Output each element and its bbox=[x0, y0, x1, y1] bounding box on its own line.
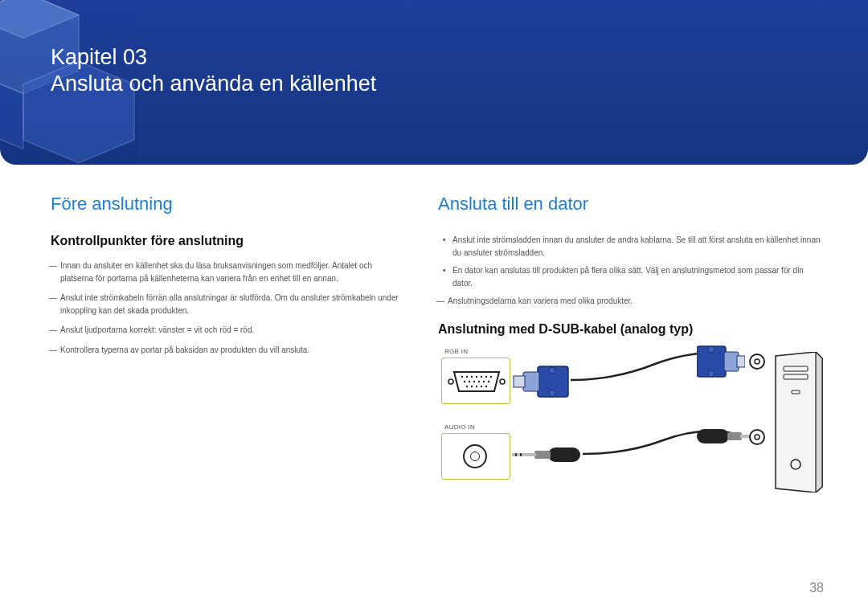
pc-tower-icon bbox=[768, 352, 824, 492]
audio-jack-icon bbox=[463, 444, 487, 468]
svg-point-14 bbox=[478, 380, 480, 382]
svg-rect-35 bbox=[534, 451, 551, 459]
svg-point-6 bbox=[471, 375, 473, 377]
svg-point-16 bbox=[488, 380, 489, 382]
chapter-label: Kapitel 03 bbox=[51, 44, 376, 70]
svg-rect-30 bbox=[724, 352, 739, 371]
rgb-port-frame bbox=[441, 358, 510, 404]
svg-point-22 bbox=[448, 379, 453, 384]
section-title-connect: Ansluta till en dator bbox=[438, 194, 824, 215]
svg-rect-31 bbox=[737, 356, 745, 367]
svg-point-32 bbox=[708, 346, 714, 353]
svg-rect-26 bbox=[514, 376, 525, 387]
svg-point-5 bbox=[466, 375, 468, 377]
svg-rect-37 bbox=[515, 453, 517, 456]
svg-point-12 bbox=[469, 380, 470, 382]
svg-point-11 bbox=[464, 380, 465, 382]
note-item: Anslutningsdelarna kan variera med olika… bbox=[438, 295, 824, 308]
svg-rect-34 bbox=[548, 447, 580, 462]
svg-rect-25 bbox=[523, 372, 539, 391]
connection-diagram: RGB IN bbox=[438, 348, 824, 509]
svg-point-23 bbox=[500, 379, 505, 384]
section-title-before: Före anslutning bbox=[51, 194, 403, 215]
svg-point-4 bbox=[461, 375, 463, 377]
bullet-item: Anslut inte strömsladden innan du anslut… bbox=[438, 234, 824, 259]
note-item: Kontrollera typerna av portar på baksida… bbox=[51, 344, 403, 357]
svg-point-46 bbox=[750, 430, 764, 444]
svg-point-21 bbox=[485, 385, 487, 386]
note-item: Anslut inte strömkabeln förrän alla ansl… bbox=[51, 292, 403, 317]
right-column: Ansluta till en dator Anslut inte ströms… bbox=[438, 194, 824, 509]
bullet-item: En dator kan anslutas till produkten på … bbox=[438, 264, 824, 289]
svg-rect-38 bbox=[520, 453, 522, 456]
svg-rect-39 bbox=[697, 429, 729, 443]
page-number: 38 bbox=[809, 581, 824, 595]
note-item: Anslut ljudportarna korrekt: vänster = v… bbox=[51, 324, 403, 337]
subsection-checkpoints: Kontrollpunkter före anslutning bbox=[51, 234, 403, 248]
audio-plug-left bbox=[512, 443, 583, 467]
svg-point-28 bbox=[549, 390, 555, 396]
svg-point-13 bbox=[473, 380, 475, 382]
svg-point-7 bbox=[476, 375, 477, 377]
rgb-in-label: RGB IN bbox=[444, 348, 468, 355]
svg-point-15 bbox=[483, 380, 485, 382]
svg-point-44 bbox=[750, 354, 764, 369]
svg-point-18 bbox=[471, 385, 473, 386]
svg-point-20 bbox=[481, 385, 482, 386]
tower-audio-port bbox=[748, 428, 766, 446]
left-column: Före anslutning Kontrollpunkter före ans… bbox=[51, 194, 403, 509]
svg-point-10 bbox=[490, 375, 492, 377]
svg-point-33 bbox=[708, 370, 714, 377]
main-content: Före anslutning Kontrollpunkter före ans… bbox=[0, 165, 868, 509]
tower-vga-port bbox=[748, 353, 766, 370]
svg-point-19 bbox=[476, 385, 477, 386]
subsection-dsub: Anslutning med D-SUB-kabel (analog typ) bbox=[438, 322, 824, 337]
audio-in-label: AUDIO IN bbox=[444, 423, 475, 431]
svg-point-9 bbox=[485, 375, 487, 377]
svg-rect-40 bbox=[727, 432, 742, 440]
vga-connector-right bbox=[697, 340, 745, 382]
chapter-title: Ansluta och använda en källenhet bbox=[51, 70, 376, 98]
audio-port-frame bbox=[441, 433, 510, 480]
note-item: Innan du ansluter en källenhet ska du lä… bbox=[51, 260, 403, 284]
svg-point-27 bbox=[549, 367, 555, 374]
svg-point-8 bbox=[481, 375, 482, 377]
vga-port-icon bbox=[444, 361, 509, 401]
chapter-header: Kapitel 03 Ansluta och använda en källen… bbox=[0, 0, 868, 165]
svg-point-17 bbox=[466, 385, 468, 386]
vga-connector-left bbox=[512, 362, 572, 401]
